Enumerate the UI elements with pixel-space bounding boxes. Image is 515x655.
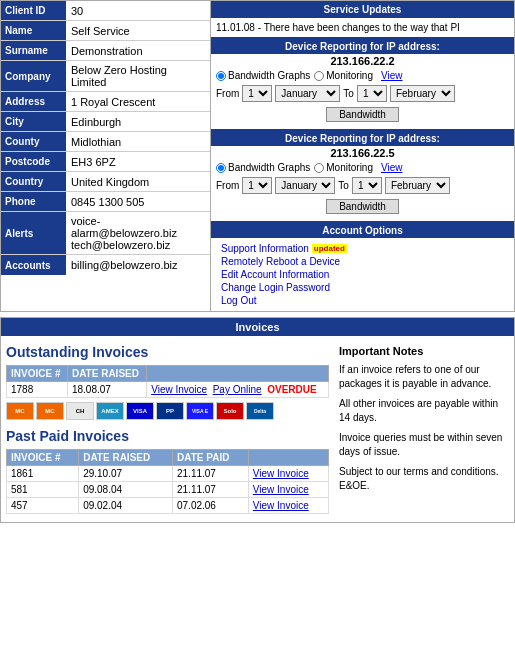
service-updates-header: Service Updates	[211, 1, 514, 18]
left-panel: Client ID 30 Name Self Service Surname D…	[0, 0, 210, 312]
invoices-section: Invoices Outstanding Invoices INVOICE # …	[0, 317, 515, 523]
device2-to-day[interactable]: 1	[352, 177, 382, 194]
past-actions-1861: View Invoice	[248, 466, 328, 482]
device2-from-label: From	[216, 180, 239, 191]
device1-bandwidth-btn[interactable]: Bandwidth	[326, 107, 399, 122]
support-info-link[interactable]: Support Information	[221, 243, 309, 254]
address-row: Address 1 Royal Crescent	[1, 92, 210, 112]
device2-monitoring-radio[interactable]: Monitoring	[314, 162, 373, 173]
device2-bandwidth-btn[interactable]: Bandwidth	[326, 199, 399, 214]
past-raised-581: 09.08.04	[79, 482, 173, 498]
past-invoice-581: 581	[7, 482, 79, 498]
phone-label: Phone	[1, 192, 66, 211]
updated-badge: updated	[312, 244, 347, 253]
accounts-label: Accounts	[1, 255, 66, 275]
device2-monitoring-label: Monitoring	[326, 162, 373, 173]
device1-bandwidth-radio[interactable]: Bandwidth Graphs	[216, 70, 310, 81]
delta-icon: Delta	[246, 402, 274, 420]
device1-to-label: To	[343, 88, 354, 99]
name-label: Name	[1, 21, 66, 40]
reboot-device-link[interactable]: Remotely Reboot a Device	[221, 256, 504, 267]
view-invoice-link-1788[interactable]: View Invoice	[151, 384, 207, 395]
edit-account-link[interactable]: Edit Account Information	[221, 269, 504, 280]
past-actions-581: View Invoice	[248, 482, 328, 498]
mastercard2-icon: MC	[36, 402, 64, 420]
device2-from-day[interactable]: 1	[242, 177, 272, 194]
support-info-row: Support Information updated	[221, 243, 504, 254]
past-title: Past Paid Invoices	[6, 428, 329, 444]
device2-from-row: From 1 January To 1 February	[211, 175, 514, 196]
account-options: Account Options Support Information upda…	[211, 223, 514, 311]
account-links: Support Information updated Remotely Reb…	[211, 238, 514, 311]
device1-options: Bandwidth Graphs Monitoring View	[211, 68, 514, 83]
view-invoice-link-581[interactable]: View Invoice	[253, 484, 309, 495]
device1-monitoring-input[interactable]	[314, 71, 324, 81]
device2-section: Device Reporting for IP address: 213.166…	[211, 131, 514, 223]
city-value: Edinburgh	[66, 112, 210, 131]
outstanding-table: INVOICE # DATE RAISED 1788 18.08.07 View…	[6, 365, 329, 398]
phone-value: 0845 1300 505	[66, 192, 210, 211]
outstanding-col-date: DATE RAISED	[67, 366, 146, 382]
device1-to-month[interactable]: FebruaryJanuary	[390, 85, 455, 102]
view-invoice-link-1861[interactable]: View Invoice	[253, 468, 309, 479]
pay-online-link-1788[interactable]: Pay Online	[213, 384, 262, 395]
top-section: Client ID 30 Name Self Service Surname D…	[0, 0, 515, 312]
device1-section: Device Reporting for IP address: 213.166…	[211, 39, 514, 131]
device1-bandwidth-input[interactable]	[216, 71, 226, 81]
alert-email-2: tech@belowzero.biz	[71, 239, 170, 251]
device1-from-day[interactable]: 123	[242, 85, 272, 102]
past-invoice-1861: 1861	[7, 466, 79, 482]
mastercard-icon: MC	[6, 402, 34, 420]
device1-from-row: From 123 JanuaryFebruary To 12 FebruaryJ…	[211, 83, 514, 104]
account-options-header: Account Options	[211, 223, 514, 238]
postcode-label: Postcode	[1, 152, 66, 171]
device1-ip: 213.166.22.2	[211, 54, 514, 68]
postcode-value: EH3 6PZ	[66, 152, 210, 171]
name-value: Self Service	[66, 21, 210, 40]
table-row: 581 09.08.04 21.11.07 View Invoice	[7, 482, 329, 498]
device1-monitoring-radio[interactable]: Monitoring	[314, 70, 373, 81]
past-raised-457: 09.02.04	[79, 498, 173, 514]
outstanding-actions: View Invoice Pay Online OVERDUE	[147, 382, 329, 398]
table-row: 1861 29.10.07 21.11.07 View Invoice	[7, 466, 329, 482]
device1-to-day[interactable]: 12	[357, 85, 387, 102]
logout-link[interactable]: Log Out	[221, 295, 504, 306]
device2-ip: 213.166.22.5	[211, 146, 514, 160]
device2-to-month[interactable]: February	[385, 177, 450, 194]
past-paid-581: 21.11.07	[173, 482, 249, 498]
company-value: Below Zero Hosting Limited	[66, 61, 210, 91]
view-invoice-link-457[interactable]: View Invoice	[253, 500, 309, 511]
postcode-row: Postcode EH3 6PZ	[1, 152, 210, 172]
device2-monitoring-input[interactable]	[314, 163, 324, 173]
name-row: Name Self Service	[1, 21, 210, 41]
past-col-date-raised: DATE RAISED	[79, 450, 173, 466]
address-value: 1 Royal Crescent	[66, 92, 210, 111]
device1-view-link[interactable]: View	[381, 70, 403, 81]
change-password-link[interactable]: Change Login Password	[221, 282, 504, 293]
past-invoice-457: 457	[7, 498, 79, 514]
overdue-badge-1788: OVERDUE	[267, 384, 316, 395]
paypal-icon: PP	[156, 402, 184, 420]
amex-icon: AMEX	[96, 402, 124, 420]
past-paid-457: 07.02.06	[173, 498, 249, 514]
outstanding-date-raised: 18.08.07	[67, 382, 146, 398]
device2-view-link[interactable]: View	[381, 162, 403, 173]
device1-from-month[interactable]: JanuaryFebruary	[275, 85, 340, 102]
payment-icons: MC MC CH AMEX VISA PP VISA E Solo Delta	[6, 402, 329, 420]
outstanding-col-invoice: INVOICE #	[7, 366, 68, 382]
device2-bandwidth-input[interactable]	[216, 163, 226, 173]
notes-title: Important Notes	[339, 344, 509, 359]
device2-from-month[interactable]: January	[275, 177, 335, 194]
note-2: All other invoices are payable within 14…	[339, 397, 509, 425]
accounts-row: Accounts billing@belowzero.biz	[1, 255, 210, 275]
device2-bandwidth-radio[interactable]: Bandwidth Graphs	[216, 162, 310, 173]
past-paid-1861: 21.11.07	[173, 466, 249, 482]
past-actions-457: View Invoice	[248, 498, 328, 514]
client-id-label: Client ID	[1, 1, 66, 20]
note-4: Subject to our terms and conditions. E&O…	[339, 465, 509, 493]
outstanding-col-actions	[147, 366, 329, 382]
company-label: Company	[1, 61, 66, 91]
device2-options: Bandwidth Graphs Monitoring View	[211, 160, 514, 175]
address-label: Address	[1, 92, 66, 111]
invoices-body: Outstanding Invoices INVOICE # DATE RAIS…	[1, 336, 514, 522]
